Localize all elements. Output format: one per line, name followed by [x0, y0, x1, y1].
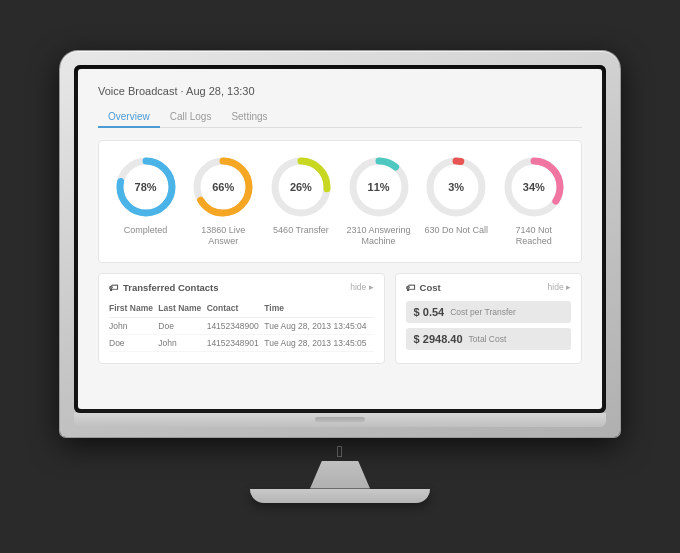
cell-contact: 14152348900 [207, 317, 265, 334]
donut-item-4: 3% 630 Do Not Call [424, 155, 488, 237]
cell-time: Tue Aug 28, 2013 13:45:04 [264, 317, 373, 334]
donut-item-2: 26% 5460 Transfer [269, 155, 333, 237]
donut-caption-1: 13860 Live Answer [191, 225, 256, 248]
donut-item-0: 78% Completed [114, 155, 178, 237]
contacts-title: 🏷 Transferred Contacts [109, 282, 219, 293]
tab-call-logs[interactable]: Call Logs [160, 107, 222, 127]
donut-item-5: 34% 7140 Not Reached [501, 155, 566, 248]
cost-title: 🏷 Cost [406, 282, 441, 293]
donut-percent-5: 34% [523, 181, 545, 193]
donut-percent-2: 26% [290, 181, 312, 193]
donut-percent-3: 11% [368, 181, 390, 193]
apple-logo:  [337, 443, 343, 461]
stats-card: 78% Completed 66% 13860 Live Answer 26% … [98, 140, 582, 263]
monitor-base [250, 489, 430, 503]
cost-total-label: Total Cost [469, 334, 507, 344]
app-window: Voice Broadcast · Aug 28, 13:30 Overview… [78, 69, 602, 409]
donut-caption-5: 7140 Not Reached [501, 225, 566, 248]
monitor-body: Voice Broadcast · Aug 28, 13:30 Overview… [60, 51, 620, 437]
cell-firstname: Doe [109, 334, 158, 351]
cost-tag-icon: 🏷 [406, 282, 416, 293]
donut-container-2: 26% [269, 155, 333, 219]
monitor-bottom-bar [74, 413, 606, 427]
cell-contact: 14152348901 [207, 334, 265, 351]
bottom-section: 🏷 Transferred Contacts hide ▸ First Name… [98, 273, 582, 364]
screen-inner: Voice Broadcast · Aug 28, 13:30 Overview… [78, 69, 602, 409]
cell-time: Tue Aug 28, 2013 13:45:05 [264, 334, 373, 351]
table-row: Doe John 14152348901 Tue Aug 28, 2013 13… [109, 334, 374, 351]
donut-caption-4: 630 Do Not Call [424, 225, 488, 237]
col-firstname: First Name [109, 301, 158, 318]
cost-per-transfer-label: Cost per Transfer [450, 307, 516, 317]
monitor-neck [310, 461, 370, 489]
donut-item-3: 11% 2310 Answering Machine [346, 155, 411, 248]
donut-caption-2: 5460 Transfer [273, 225, 329, 237]
cost-per-transfer-box: $ 0.54 Cost per Transfer [406, 301, 571, 323]
contacts-hide[interactable]: hide ▸ [350, 282, 373, 292]
donut-caption-3: 2310 Answering Machine [346, 225, 411, 248]
donut-container-3: 11% [347, 155, 411, 219]
donut-container-1: 66% [191, 155, 255, 219]
screen-bezel: Voice Broadcast · Aug 28, 13:30 Overview… [74, 65, 606, 413]
donut-container-0: 78% [114, 155, 178, 219]
col-lastname: Last Name [158, 301, 206, 318]
cost-total-value: $ 2948.40 [414, 333, 463, 345]
tab-settings[interactable]: Settings [221, 107, 277, 127]
contacts-table: First Name Last Name Contact Time John D… [109, 301, 374, 352]
col-time: Time [264, 301, 373, 318]
cost-panel: 🏷 Cost hide ▸ $ 0.54 Cost per Transfer $ [395, 273, 582, 364]
donut-percent-0: 78% [135, 181, 157, 193]
cell-firstname: John [109, 317, 158, 334]
monitor-bottom-indent [315, 417, 365, 422]
monitor: Voice Broadcast · Aug 28, 13:30 Overview… [60, 51, 620, 503]
donut-container-4: 3% [424, 155, 488, 219]
donut-item-1: 66% 13860 Live Answer [191, 155, 256, 248]
cell-lastname: Doe [158, 317, 206, 334]
cost-header: 🏷 Cost hide ▸ [406, 282, 571, 293]
cost-per-transfer-value: $ 0.54 [414, 306, 445, 318]
tag-icon: 🏷 [109, 282, 119, 293]
col-contact: Contact [207, 301, 265, 318]
donut-percent-1: 66% [212, 181, 234, 193]
contacts-panel: 🏷 Transferred Contacts hide ▸ First Name… [98, 273, 385, 364]
window-title: Voice Broadcast · Aug 28, 13:30 [98, 85, 582, 97]
donut-container-5: 34% [502, 155, 566, 219]
cost-total-box: $ 2948.40 Total Cost [406, 328, 571, 350]
donut-percent-4: 3% [448, 181, 464, 193]
tab-overview[interactable]: Overview [98, 107, 160, 127]
table-row: John Doe 14152348900 Tue Aug 28, 2013 13… [109, 317, 374, 334]
contacts-header: 🏷 Transferred Contacts hide ▸ [109, 282, 374, 293]
cell-lastname: John [158, 334, 206, 351]
cost-hide[interactable]: hide ▸ [548, 282, 571, 292]
donut-row: 78% Completed 66% 13860 Live Answer 26% … [109, 155, 571, 248]
tab-bar: Overview Call Logs Settings [98, 107, 582, 128]
donut-caption-0: Completed [124, 225, 168, 237]
